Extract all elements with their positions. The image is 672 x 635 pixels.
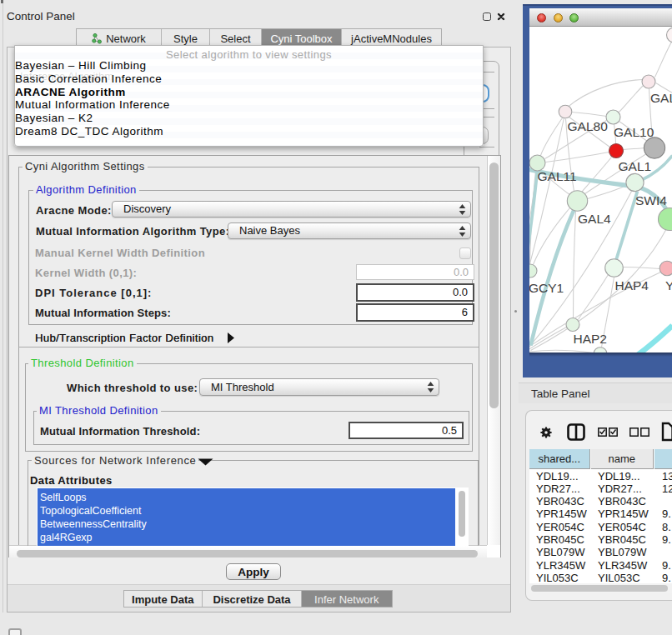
- svg-text:GAL2: GAL2: [650, 90, 672, 104]
- svg-text:GCY1: GCY1: [529, 280, 564, 294]
- svg-text:GAL4: GAL4: [578, 211, 611, 225]
- svg-text:Y: Y: [665, 278, 672, 292]
- svg-text:GAL11: GAL11: [537, 168, 576, 182]
- svg-text:GAL1: GAL1: [618, 158, 651, 172]
- svg-text:SWI4: SWI4: [635, 192, 667, 207]
- svg-text:HAP4: HAP4: [614, 278, 649, 292]
- svg-text:HAP2: HAP2: [573, 331, 607, 345]
- svg-text:GAL10: GAL10: [614, 124, 654, 138]
- svg-text:GAL80: GAL80: [567, 118, 608, 132]
